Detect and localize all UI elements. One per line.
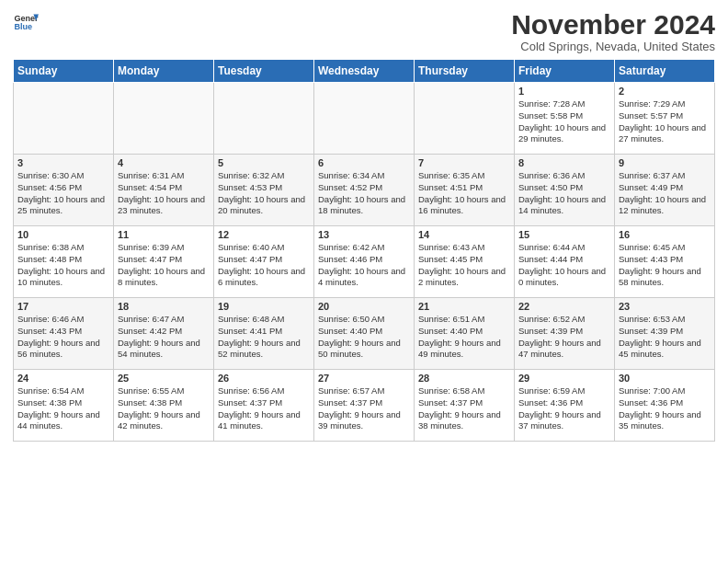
cell-2-3: 13Sunrise: 6:42 AM Sunset: 4:46 PM Dayli… [314,226,415,298]
day-info: Sunrise: 6:37 AM Sunset: 4:49 PM Dayligh… [619,170,711,217]
cell-3-5: 22Sunrise: 6:52 AM Sunset: 4:39 PM Dayli… [515,298,615,370]
day-number: 29 [518,373,610,384]
week-row-0: 1Sunrise: 7:28 AM Sunset: 5:58 PM Daylig… [14,83,715,155]
day-number: 22 [518,301,610,312]
day-info: Sunrise: 6:50 AM Sunset: 4:40 PM Dayligh… [318,314,410,361]
cell-3-0: 17Sunrise: 6:46 AM Sunset: 4:43 PM Dayli… [14,298,114,370]
day-number: 9 [619,157,711,168]
cell-1-1: 4Sunrise: 6:31 AM Sunset: 4:54 PM Daylig… [114,155,214,226]
cell-4-4: 28Sunrise: 6:58 AM Sunset: 4:37 PM Dayli… [415,370,515,442]
day-number: 24 [17,373,109,384]
month-title: November 2024 [511,9,715,40]
cell-0-3 [314,83,415,155]
cell-2-4: 14Sunrise: 6:43 AM Sunset: 4:45 PM Dayli… [415,226,515,298]
day-number: 16 [619,229,711,240]
cell-2-1: 11Sunrise: 6:39 AM Sunset: 4:47 PM Dayli… [114,226,214,298]
day-number: 28 [418,373,510,384]
col-thursday: Thursday [415,60,515,83]
title-block: November 2024 Cold Springs, Nevada, Unit… [511,9,715,53]
col-saturday: Saturday [615,60,715,83]
day-number: 2 [619,86,711,97]
day-info: Sunrise: 6:35 AM Sunset: 4:51 PM Dayligh… [418,170,510,217]
day-number: 11 [118,229,210,240]
day-info: Sunrise: 6:36 AM Sunset: 4:50 PM Dayligh… [518,170,610,217]
cell-3-2: 19Sunrise: 6:48 AM Sunset: 4:41 PM Dayli… [214,298,314,370]
day-info: Sunrise: 6:45 AM Sunset: 4:43 PM Dayligh… [619,242,711,289]
day-number: 23 [619,301,711,312]
svg-text:Blue: Blue [14,22,32,31]
cell-2-6: 16Sunrise: 6:45 AM Sunset: 4:43 PM Dayli… [615,226,715,298]
day-info: Sunrise: 6:51 AM Sunset: 4:40 PM Dayligh… [418,314,510,361]
main-container: General Blue November 2024 Cold Springs,… [0,0,728,449]
day-info: Sunrise: 6:48 AM Sunset: 4:41 PM Dayligh… [218,314,310,361]
cell-1-5: 8Sunrise: 6:36 AM Sunset: 4:50 PM Daylig… [515,155,615,226]
week-row-1: 3Sunrise: 6:30 AM Sunset: 4:56 PM Daylig… [14,155,715,226]
day-info: Sunrise: 6:30 AM Sunset: 4:56 PM Dayligh… [17,170,109,217]
day-number: 10 [17,229,109,240]
cell-3-6: 23Sunrise: 6:53 AM Sunset: 4:39 PM Dayli… [615,298,715,370]
cell-2-0: 10Sunrise: 6:38 AM Sunset: 4:48 PM Dayli… [14,226,114,298]
day-info: Sunrise: 6:53 AM Sunset: 4:39 PM Dayligh… [619,314,711,361]
col-monday: Monday [114,60,214,83]
cell-3-4: 21Sunrise: 6:51 AM Sunset: 4:40 PM Dayli… [415,298,515,370]
cell-1-0: 3Sunrise: 6:30 AM Sunset: 4:56 PM Daylig… [14,155,114,226]
day-number: 14 [418,229,510,240]
cell-0-0 [14,83,114,155]
day-info: Sunrise: 6:56 AM Sunset: 4:37 PM Dayligh… [218,385,310,432]
cell-4-6: 30Sunrise: 7:00 AM Sunset: 4:36 PM Dayli… [615,370,715,442]
day-info: Sunrise: 6:55 AM Sunset: 4:38 PM Dayligh… [118,385,210,432]
day-number: 5 [218,157,310,168]
day-number: 12 [218,229,310,240]
day-info: Sunrise: 6:39 AM Sunset: 4:47 PM Dayligh… [118,242,210,289]
day-info: Sunrise: 6:52 AM Sunset: 4:39 PM Dayligh… [518,314,610,361]
cell-4-5: 29Sunrise: 6:59 AM Sunset: 4:36 PM Dayli… [515,370,615,442]
day-info: Sunrise: 7:29 AM Sunset: 5:57 PM Dayligh… [619,98,711,145]
day-info: Sunrise: 6:40 AM Sunset: 4:47 PM Dayligh… [218,242,310,289]
cell-0-2 [214,83,314,155]
cell-4-2: 26Sunrise: 6:56 AM Sunset: 4:37 PM Dayli… [214,370,314,442]
cell-0-5: 1Sunrise: 7:28 AM Sunset: 5:58 PM Daylig… [515,83,615,155]
col-tuesday: Tuesday [214,60,314,83]
col-sunday: Sunday [14,60,114,83]
cell-0-1 [114,83,214,155]
week-row-4: 24Sunrise: 6:54 AM Sunset: 4:38 PM Dayli… [14,370,715,442]
day-info: Sunrise: 7:28 AM Sunset: 5:58 PM Dayligh… [518,98,610,145]
logo-icon: General Blue [13,9,39,35]
day-info: Sunrise: 6:31 AM Sunset: 4:54 PM Dayligh… [118,170,210,217]
day-number: 15 [518,229,610,240]
day-number: 19 [218,301,310,312]
day-number: 6 [318,157,410,168]
day-info: Sunrise: 6:57 AM Sunset: 4:37 PM Dayligh… [318,385,410,432]
cell-3-3: 20Sunrise: 6:50 AM Sunset: 4:40 PM Dayli… [314,298,415,370]
day-info: Sunrise: 6:43 AM Sunset: 4:45 PM Dayligh… [418,242,510,289]
day-number: 20 [318,301,410,312]
cell-0-6: 2Sunrise: 7:29 AM Sunset: 5:57 PM Daylig… [615,83,715,155]
cell-1-3: 6Sunrise: 6:34 AM Sunset: 4:52 PM Daylig… [314,155,415,226]
day-number: 13 [318,229,410,240]
day-number: 17 [17,301,109,312]
day-info: Sunrise: 6:38 AM Sunset: 4:48 PM Dayligh… [17,242,109,289]
cell-4-3: 27Sunrise: 6:57 AM Sunset: 4:37 PM Dayli… [314,370,415,442]
day-number: 4 [118,157,210,168]
cell-2-2: 12Sunrise: 6:40 AM Sunset: 4:47 PM Dayli… [214,226,314,298]
logo: General Blue [13,9,39,35]
day-number: 18 [118,301,210,312]
day-info: Sunrise: 6:54 AM Sunset: 4:38 PM Dayligh… [17,385,109,432]
day-number: 3 [17,157,109,168]
week-row-2: 10Sunrise: 6:38 AM Sunset: 4:48 PM Dayli… [14,226,715,298]
day-number: 30 [619,373,711,384]
day-info: Sunrise: 6:58 AM Sunset: 4:37 PM Dayligh… [418,385,510,432]
day-number: 8 [518,157,610,168]
calendar-table: Sunday Monday Tuesday Wednesday Thursday… [13,59,715,442]
week-row-3: 17Sunrise: 6:46 AM Sunset: 4:43 PM Dayli… [14,298,715,370]
calendar-header-row: Sunday Monday Tuesday Wednesday Thursday… [14,60,715,83]
day-number: 25 [118,373,210,384]
day-number: 26 [218,373,310,384]
day-info: Sunrise: 6:34 AM Sunset: 4:52 PM Dayligh… [318,170,410,217]
day-info: Sunrise: 6:59 AM Sunset: 4:36 PM Dayligh… [518,385,610,432]
day-info: Sunrise: 7:00 AM Sunset: 4:36 PM Dayligh… [619,385,711,432]
day-number: 21 [418,301,510,312]
day-number: 7 [418,157,510,168]
day-number: 1 [518,86,610,97]
cell-4-1: 25Sunrise: 6:55 AM Sunset: 4:38 PM Dayli… [114,370,214,442]
